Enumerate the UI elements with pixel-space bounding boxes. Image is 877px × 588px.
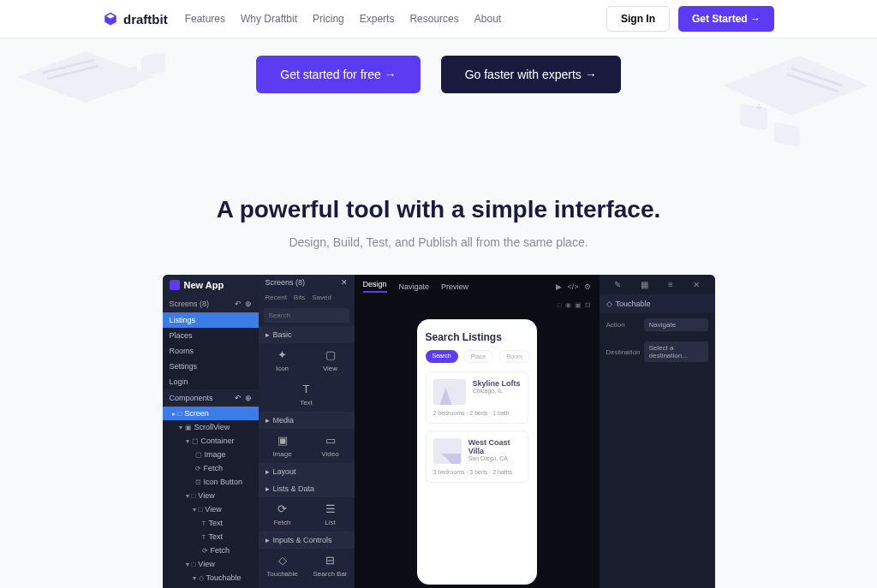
logo-text: draftbit xyxy=(123,12,168,27)
svg-text:+: + xyxy=(755,100,762,114)
header-actions: Sign In Get Started → xyxy=(606,6,774,32)
palette-section-header[interactable]: ▸Lists & Data xyxy=(259,480,355,497)
cta-get-started[interactable]: Get started for free → xyxy=(256,56,420,93)
nav-pricing[interactable]: Pricing xyxy=(313,13,344,25)
wand-icon[interactable]: ✎ xyxy=(614,280,621,289)
screen-item[interactable]: Places xyxy=(163,328,259,343)
filter-pills: Search Place Room xyxy=(426,350,528,363)
tools-icon[interactable]: ✕ xyxy=(693,280,700,289)
tree-item[interactable]: ▾◇Touchable xyxy=(163,571,259,585)
svg-rect-5 xyxy=(774,122,800,147)
close-icon[interactable]: ✕ xyxy=(341,278,348,287)
cta-experts[interactable]: Go faster with experts → xyxy=(441,56,621,93)
palette-item[interactable]: ⊟Search Bar xyxy=(307,554,355,578)
nav-experts[interactable]: Experts xyxy=(360,13,395,25)
layout-icon[interactable]: ▦ xyxy=(641,280,648,289)
screen-item[interactable]: Login xyxy=(163,374,259,389)
nav-links: Features Why Draftbit Pricing Experts Re… xyxy=(185,13,501,25)
tree-item[interactable]: ▾□View xyxy=(163,557,259,571)
palette-item[interactable]: ▭Video xyxy=(307,434,355,458)
nav-resources[interactable]: Resources xyxy=(409,13,458,25)
palette-item[interactable]: ⟳Fetch xyxy=(259,502,307,526)
svg-rect-1 xyxy=(141,52,165,76)
palette-section-header[interactable]: ▸Media xyxy=(259,412,355,429)
palette-item[interactable]: ▢View xyxy=(307,348,355,372)
canvas-toolbar: ▶</>⚙ xyxy=(556,282,590,291)
device-icon[interactable]: ◉ xyxy=(565,301,571,309)
device-icon[interactable]: ▣ xyxy=(575,301,582,309)
phone-preview: Search Listings Search Place Room Skylin… xyxy=(417,319,537,585)
tree-item[interactable]: ▸□Screen xyxy=(163,407,259,420)
card-title: Skyline Lofts xyxy=(473,379,521,388)
tab-saved[interactable]: Saved xyxy=(312,294,331,301)
undo-icon[interactable]: ↶ xyxy=(235,394,242,402)
palette-panel: Screens (8)✕ Recent Bits Saved Search ▸B… xyxy=(259,275,355,588)
palette-section-header[interactable]: ▸Inputs & Controls xyxy=(259,532,355,549)
decoration-right: + xyxy=(689,43,877,171)
device-icon[interactable]: □ xyxy=(558,301,562,309)
tab-design[interactable]: Design xyxy=(363,280,387,293)
nav-about[interactable]: About xyxy=(474,13,501,25)
palette-item[interactable]: TText xyxy=(259,383,355,407)
add-screen-icon[interactable]: ⊕ xyxy=(245,300,252,308)
prop-action-value[interactable]: Navigate xyxy=(644,318,708,331)
palette-item[interactable]: ◇Touchable xyxy=(259,554,307,578)
app-name: New App xyxy=(184,280,224,290)
screen-item[interactable]: Rooms xyxy=(163,343,259,359)
svg-rect-0 xyxy=(111,66,137,92)
pill-room[interactable]: Room xyxy=(498,350,530,363)
palette-section-header[interactable]: ▸Basic xyxy=(259,326,355,343)
undo-icon[interactable]: ↶ xyxy=(235,300,242,308)
tab-recent[interactable]: Recent xyxy=(265,294,287,301)
getstarted-button[interactable]: Get Started → xyxy=(678,6,774,32)
tab-bits[interactable]: Bits xyxy=(294,294,305,301)
thumbnail xyxy=(433,438,462,464)
tree-item[interactable]: ▾▢Container xyxy=(163,434,259,448)
pill-place[interactable]: Place xyxy=(463,350,494,363)
screen-item[interactable]: Settings xyxy=(163,359,259,374)
tree-item[interactable]: TText xyxy=(163,530,259,543)
tab-preview[interactable]: Preview xyxy=(441,282,468,291)
signin-button[interactable]: Sign In xyxy=(606,6,670,32)
tree-item[interactable]: ⟳Fetch xyxy=(163,461,259,475)
props-title: ◇ Touchable xyxy=(600,294,715,313)
phone-title: Search Listings xyxy=(426,331,528,343)
screens-header: Screens (8) ↶⊕ xyxy=(163,295,259,312)
db-icon[interactable]: ≡ xyxy=(668,280,673,289)
prop-destination-value[interactable]: Select a destination... xyxy=(644,342,708,362)
device-icon[interactable]: ⊡ xyxy=(585,301,591,309)
tree-item[interactable]: ⊡Icon Button xyxy=(163,475,259,489)
tree-item[interactable]: TText xyxy=(163,516,259,530)
section-heading: A powerful tool with a simple interface. xyxy=(0,196,877,223)
tree-item[interactable]: ▾□View xyxy=(163,489,259,502)
canvas-panel: Design Navigate Preview ▶</>⚙ □◉▣⊡ Searc… xyxy=(355,275,600,588)
nav-features[interactable]: Features xyxy=(185,13,225,25)
tree-item[interactable]: ⟳Fetch xyxy=(163,543,259,557)
palette-search[interactable]: Search xyxy=(264,308,349,323)
tree-item[interactable]: ▾▣ScrollView xyxy=(163,420,259,434)
tree-item[interactable]: ▢Image xyxy=(163,448,259,461)
code-icon[interactable]: </> xyxy=(567,282,578,291)
decoration-left xyxy=(0,43,171,163)
palette-item[interactable]: ☰List xyxy=(307,502,355,526)
card-meta: 2 bedrooms · 2 beds · 1 bath xyxy=(433,410,521,416)
palette-item[interactable]: ✦Icon xyxy=(259,348,307,372)
palette-section-header[interactable]: ▸Layout xyxy=(259,463,355,480)
palette-item[interactable]: ▣Image xyxy=(259,434,307,458)
gear-icon[interactable]: ⚙ xyxy=(584,282,591,291)
pill-search[interactable]: Search xyxy=(426,350,458,363)
add-component-icon[interactable]: ⊕ xyxy=(245,394,252,402)
screen-item[interactable]: Listings xyxy=(163,312,259,328)
prop-destination: Destination Select a destination... xyxy=(600,336,715,367)
listing-card[interactable]: West Coast Villa San Diego, CA 3 bedroom… xyxy=(426,431,528,483)
palette-header: Screens (8)✕ xyxy=(259,275,355,290)
components-header: Components ↶⊕ xyxy=(163,389,259,407)
section-subtitle: Design, Build, Test, and Publish all fro… xyxy=(0,235,877,249)
tree-item[interactable]: ◈Map xyxy=(163,585,259,588)
tree-item[interactable]: ▾□View xyxy=(163,502,259,516)
nav-why[interactable]: Why Draftbit xyxy=(241,13,297,25)
play-icon[interactable]: ▶ xyxy=(556,282,562,291)
listing-card[interactable]: Skyline Lofts Chicago, IL 2 bedrooms · 2… xyxy=(426,371,528,424)
tab-navigate[interactable]: Navigate xyxy=(399,282,430,291)
logo[interactable]: draftbit xyxy=(103,11,168,27)
